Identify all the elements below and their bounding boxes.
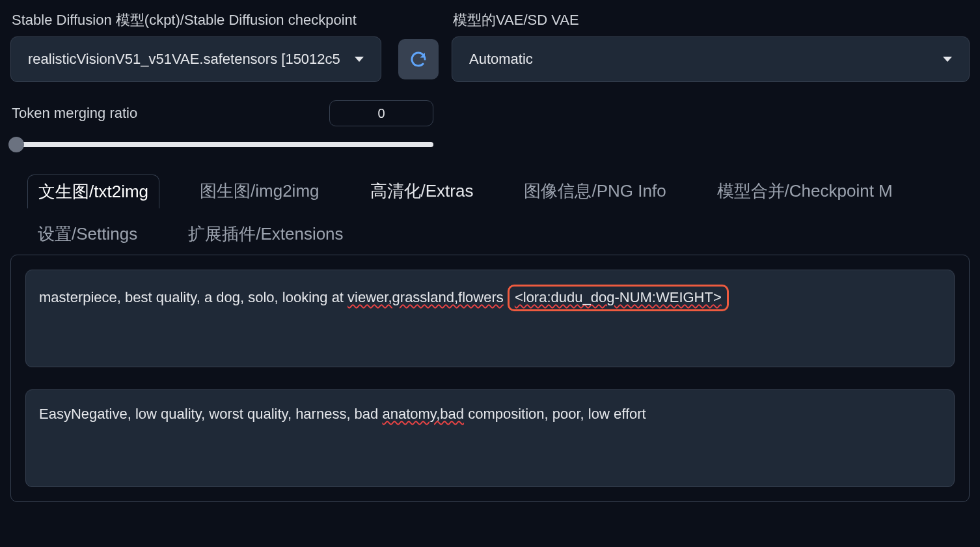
tab-img2img[interactable]: 图生图/img2img — [189, 175, 329, 208]
negative-prompt-textarea[interactable]: EasyNegative, low quality, worst quality… — [25, 389, 955, 487]
tab-ckptmerge[interactable]: 模型合并/Checkpoint M — [707, 175, 903, 208]
main-tabs: 文生图/txt2img 图生图/img2img 高清化/Extras 图像信息/… — [10, 175, 970, 251]
checkpoint-value: realisticVisionV51_v51VAE.safetensors [1… — [28, 51, 340, 68]
vae-value: Automatic — [469, 51, 533, 68]
positive-prompt-textarea[interactable]: masterpiece, best quality, a dog, solo, … — [25, 270, 955, 367]
tab-extras[interactable]: 高清化/Extras — [360, 175, 484, 208]
token-merging-label: Token merging ratio — [10, 105, 137, 122]
prompt-text: masterpiece, best quality, a dog, solo, … — [39, 289, 347, 305]
refresh-checkpoint-button[interactable] — [398, 39, 439, 79]
vae-label: 模型的VAE/SD VAE — [452, 10, 970, 30]
chevron-down-icon — [943, 57, 952, 62]
tab-pnginfo[interactable]: 图像信息/PNG Info — [513, 175, 676, 208]
lora-tag-highlight: <lora:dudu_dog-NUM:WEIGHT> — [508, 285, 729, 311]
lora-tag-text: <lora:dudu_dog-NUM:WEIGHT> — [515, 289, 722, 305]
negprompt-text: EasyNegative, low quality, worst quality… — [39, 406, 382, 422]
prompt-wavy-segment: viewer,grassland,flowers — [347, 289, 504, 305]
slider-track — [10, 142, 433, 147]
vae-select[interactable]: Automatic — [452, 36, 970, 82]
checkpoint-select[interactable]: realisticVisionV51_v51VAE.safetensors [1… — [10, 36, 381, 82]
checkpoint-label: Stable Diffusion 模型(ckpt)/Stable Diffusi… — [10, 10, 439, 30]
txt2img-panel: masterpiece, best quality, a dog, solo, … — [10, 255, 970, 502]
tab-settings[interactable]: 设置/Settings — [27, 217, 148, 251]
tab-extensions[interactable]: 扩展插件/Extensions — [178, 217, 353, 251]
tab-txt2img[interactable]: 文生图/txt2img — [27, 175, 159, 208]
token-merging-slider[interactable] — [10, 137, 433, 152]
slider-thumb[interactable] — [8, 137, 24, 152]
negprompt-wavy-segment: anatomy,bad — [382, 406, 464, 422]
negprompt-text-2: composition, poor, low effort — [464, 406, 646, 422]
refresh-icon — [409, 49, 428, 69]
token-merging-value-input[interactable]: 0 — [329, 100, 433, 126]
chevron-down-icon — [355, 57, 364, 62]
